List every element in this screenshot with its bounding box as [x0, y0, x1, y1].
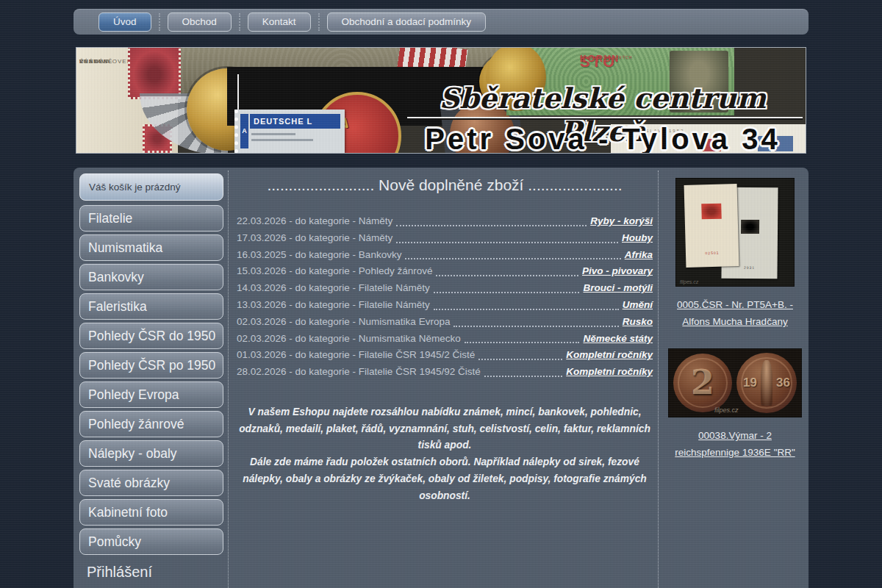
dotted-leader — [405, 258, 620, 259]
black-stamp — [741, 220, 759, 234]
nav-separator — [159, 13, 160, 31]
sidebar-item-pohledy-evropa[interactable]: Pohledy Evropa — [79, 381, 223, 408]
dotted-leader — [434, 309, 619, 310]
news-row: 02.03.2026 - do kategorie - Numismatika … — [237, 331, 653, 348]
category-menu: FilatelieNumismatikaBankovkyFaleristikaP… — [79, 205, 223, 555]
news-link[interactable]: Pivo - pivovary — [582, 263, 653, 280]
news-row: 28.02.2026 - do kategorie - Filatelie ČS… — [237, 364, 653, 381]
news-date-category: 15.03.2026 - do kategorie - Pohledy žánr… — [237, 263, 432, 280]
news-date-category: 13.03.2026 - do kategorie - Filatelie Ná… — [237, 297, 430, 314]
nav-tab-obchodni-a-dodaci-podminky[interactable]: Obchodní a dodací podmínky — [327, 12, 486, 32]
news-link[interactable]: Umění — [623, 297, 653, 314]
main-divider — [658, 171, 659, 588]
dotted-leader — [484, 376, 563, 377]
dotted-leader — [434, 292, 580, 293]
banner-deutsche-stamp: A DEUTSCHE L — [234, 110, 345, 153]
product-link-mucha: 0005.ČSR - Nr. PT5A+B. - Alfons Mucha Hr… — [677, 296, 793, 330]
sidebar-item-faleristika[interactable]: Faleristika — [79, 293, 223, 320]
main-column: ......................... Nově doplněné … — [237, 176, 653, 504]
watermark: filpes.cz — [714, 406, 739, 414]
news-link[interactable]: Brouci - motýli — [583, 280, 653, 297]
sidebar-item-kabinetni-foto[interactable]: Kabinetní foto — [79, 499, 223, 526]
news-row: 15.03.2026 - do kategorie - Pohledy žánr… — [237, 263, 653, 280]
watermark: filpes.cz — [680, 279, 698, 284]
product-link-reichspfennig: 00038.Výmar - 2 reichspfennige 1936E "RR… — [675, 427, 795, 461]
title-underline — [407, 117, 803, 120]
sidebar-item-svate-obrazky[interactable]: Svaté obrázky — [79, 470, 223, 496]
content-area: Váš košík je prázdný FilatelieNumismatik… — [74, 168, 808, 588]
banner-red-stamp — [128, 47, 181, 99]
news-date-category: 02.03.2026 - do kategorie - Numismatika … — [237, 331, 461, 348]
sidebar-item-pohledy-csr-po-1950[interactable]: Pohledy ČSR po 1950 — [79, 352, 223, 379]
sidebar-item-filatelie[interactable]: Filatelie — [79, 205, 223, 232]
page-title: ......................... Nově doplněné … — [237, 176, 653, 194]
news-row: 16.03.2025 - do kategorie - Bankovky Afr… — [237, 247, 653, 264]
dotted-leader — [396, 242, 618, 243]
news-row: 14.03.2026 - do kategorie - Filatelie Ná… — [237, 280, 653, 297]
nav-tab-kontakt[interactable]: Kontakt — [248, 12, 311, 32]
sidebar-item-bankovky[interactable]: Bankovky — [79, 264, 223, 290]
news-date-category: 02.03.2026 - do kategorie - Numismatika … — [237, 314, 450, 331]
login-heading: Přihlášení — [87, 564, 223, 581]
news-date-category: 28.02.2026 - do kategorie - Filatelie ČS… — [237, 364, 481, 381]
header-banner: VÝSTAVA ČESKOSLOVENSKÝCH ZNÁMEK V LONDÝN… — [76, 47, 806, 154]
news-date-category: 22.03.2026 - do kategorie - Náměty — [237, 213, 392, 230]
dotted-leader — [436, 275, 578, 276]
coin-obverse: 2 — [673, 354, 732, 412]
red-stamp — [701, 204, 722, 220]
news-link[interactable]: Německé státy — [583, 331, 653, 348]
news-row: 01.03.2026 - do kategorie - Filatelie ČS… — [237, 347, 653, 364]
news-date-category: 17.03.2026 - do kategorie - Náměty — [237, 230, 392, 247]
dotted-leader — [453, 326, 618, 327]
news-row: 22.03.2026 - do kategorie - Náměty Ryby … — [237, 213, 653, 230]
news-link[interactable]: Rusko — [623, 314, 653, 331]
dotted-leader — [478, 359, 562, 360]
news-row: 13.03.2026 - do kategorie - Filatelie Ná… — [237, 297, 653, 314]
dotted-leader — [396, 225, 587, 226]
sidebar-divider — [228, 171, 229, 588]
nav-tab-uvod[interactable]: Úvod — [98, 12, 151, 32]
cart-status-box: Váš košík je prázdný — [79, 173, 223, 201]
news-date-category: 01.03.2026 - do kategorie - Filatelie ČS… — [237, 347, 475, 364]
sidebar-item-numismatika[interactable]: Numismatika — [79, 234, 223, 261]
news-list: 22.03.2026 - do kategorie - Náměty Ryby … — [237, 213, 653, 381]
sidebar-item-nalepky-obaly[interactable]: Nálepky - obaly — [79, 440, 223, 467]
news-row: 02.03.2026 - do kategorie - Numismatika … — [237, 314, 653, 331]
product-image-reichspfennig-coins[interactable]: 2 19 36 filpes.cz — [669, 349, 801, 417]
nav-separator — [239, 13, 240, 31]
product-image-mucha-stamps[interactable]: 2931 02501 filpes.cz — [676, 179, 794, 286]
sidebar-item-pohledy-csr-do-1950[interactable]: Pohledy ČSR do 1950 — [79, 323, 223, 349]
sidebar: Váš košík je prázdný FilatelieNumismatik… — [79, 173, 223, 581]
nav-separator — [318, 13, 320, 31]
featured-products-column: 2931 02501 filpes.cz 0005.ČSR - Nr. PT5A… — [662, 168, 808, 461]
news-link[interactable]: Afrika — [625, 247, 653, 264]
news-date-category: 14.03.2026 - do kategorie - Filatelie Ná… — [237, 280, 430, 297]
top-nav-bar: ÚvodObchodKontaktObchodní a dodací podmí… — [74, 9, 808, 35]
sidebar-item-pomucky[interactable]: Pomůcky — [79, 528, 223, 555]
news-link[interactable]: Houby — [622, 230, 653, 247]
news-link[interactable]: Ryby - korýši — [590, 213, 653, 230]
news-link[interactable]: Kompletní ročníky — [566, 347, 653, 364]
sidebar-item-pohledy-zanrove[interactable]: Pohledy žánrové — [79, 411, 223, 437]
nav-tab-obchod[interactable]: Obchod — [168, 12, 232, 32]
dotted-leader — [465, 342, 580, 343]
intro-paragraph-1: V našem Eshopu najdete rozsáhlou nabídku… — [237, 404, 653, 454]
coin-reverse: 19 36 — [736, 353, 797, 413]
news-date-category: 16.03.2025 - do kategorie - Bankovky — [237, 247, 401, 264]
intro-paragraph-2: Dále zde máme řadu položek ostatních obo… — [237, 454, 653, 504]
news-link[interactable]: Kompletní ročníky — [566, 364, 653, 381]
shop-subtitle: Petr Sova - Tylova 34 — [400, 123, 806, 154]
news-row: 17.03.2026 - do kategorie - Náměty Houby — [237, 230, 653, 247]
intro-text: V našem Eshopu najdete rozsáhlou nabídku… — [237, 404, 653, 505]
